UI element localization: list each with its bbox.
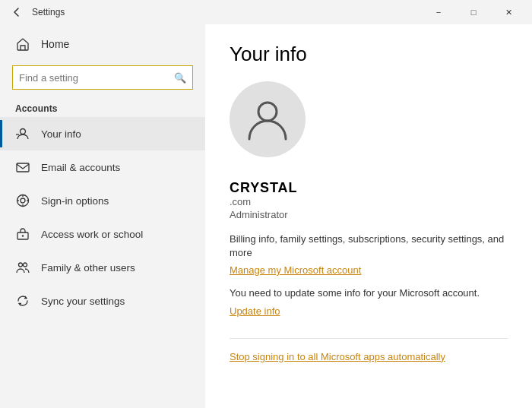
- search-container: 🔍: [0, 61, 205, 97]
- sidebar-item-family-users[interactable]: Family & other users: [0, 251, 205, 284]
- access-work-school-label: Access work or school: [41, 229, 143, 240]
- family-users-label: Family & other users: [41, 262, 135, 274]
- update-info-text: You need to update some info for your Mi…: [230, 286, 508, 300]
- sidebar-item-your-info[interactable]: Your info: [0, 117, 205, 150]
- main-content: Your info CRYSTAL .com Administrator Bil…: [205, 24, 532, 408]
- divider: [230, 338, 508, 339]
- user-name: CRYSTAL: [230, 180, 508, 196]
- titlebar-title: Settings: [32, 7, 421, 17]
- sidebar-item-sync-settings[interactable]: Sync your settings: [0, 284, 205, 318]
- home-label: Home: [41, 38, 69, 50]
- email-icon: [15, 160, 30, 175]
- manage-account-link[interactable]: Manage my Microsoft account: [230, 264, 361, 276]
- stop-signing-link[interactable]: Stop signing in to all Microsoft apps au…: [230, 351, 445, 362]
- avatar-section: [230, 81, 508, 168]
- home-icon: [15, 36, 30, 52]
- sync-settings-label: Sync your settings: [41, 296, 125, 307]
- update-info-link[interactable]: Update info: [230, 305, 280, 317]
- search-input[interactable]: [19, 72, 174, 84]
- close-button[interactable]: ✕: [491, 0, 526, 24]
- your-info-icon: [15, 126, 30, 141]
- back-button[interactable]: [6, 2, 27, 23]
- your-info-label: Your info: [41, 128, 81, 140]
- family-icon: [15, 260, 30, 275]
- access-work-icon: [15, 226, 30, 242]
- avatar-icon: [245, 96, 290, 142]
- svg-point-12: [258, 103, 277, 121]
- search-box: 🔍: [12, 65, 193, 90]
- svg-rect-1: [17, 163, 29, 172]
- titlebar: Settings − □ ✕: [0, 0, 532, 24]
- svg-point-9: [22, 235, 24, 236]
- page-title: Your info: [230, 43, 508, 66]
- sidebar: Home 🔍 Accounts Your info: [0, 24, 205, 408]
- app-container: Home 🔍 Accounts Your info: [0, 24, 532, 408]
- sign-in-icon: [15, 193, 30, 208]
- sidebar-item-access-work-school[interactable]: Access work or school: [0, 217, 205, 251]
- window-controls: − □ ✕: [421, 0, 526, 24]
- search-icon[interactable]: 🔍: [174, 72, 186, 84]
- minimize-button[interactable]: −: [421, 0, 456, 24]
- svg-point-0: [21, 129, 26, 134]
- email-accounts-label: Email & accounts: [41, 162, 120, 173]
- user-email: .com: [230, 196, 508, 207]
- sidebar-item-sign-in-options[interactable]: Sign-in options: [0, 184, 205, 217]
- svg-point-11: [24, 263, 27, 267]
- svg-point-3: [21, 198, 25, 203]
- billing-info-text: Billing info, family settings, subscript…: [230, 232, 508, 260]
- sync-icon: [15, 293, 30, 308]
- maximize-button[interactable]: □: [456, 0, 491, 24]
- section-label: Accounts: [0, 97, 205, 117]
- user-role: Administrator: [230, 209, 508, 220]
- svg-point-10: [19, 263, 23, 267]
- sidebar-item-home[interactable]: Home: [0, 27, 205, 61]
- avatar: [230, 81, 306, 157]
- sign-in-options-label: Sign-in options: [41, 195, 109, 207]
- sidebar-item-email-accounts[interactable]: Email & accounts: [0, 150, 205, 184]
